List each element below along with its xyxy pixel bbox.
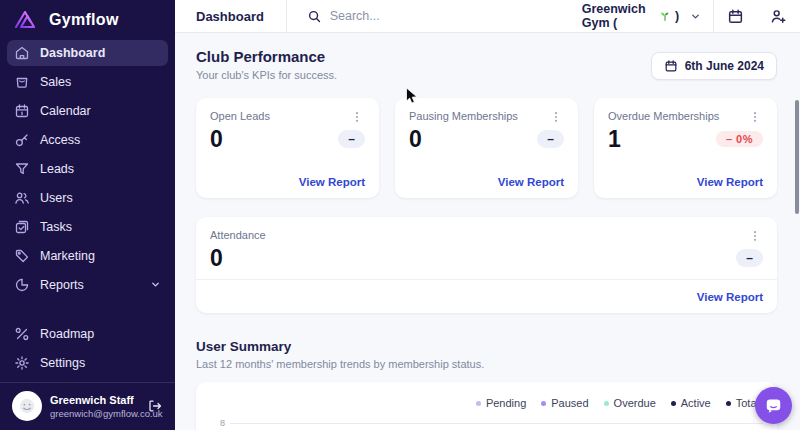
kpi-title: Attendance — [210, 229, 266, 241]
chat-widget-button[interactable] — [755, 387, 792, 424]
kebab-menu-icon[interactable] — [747, 110, 763, 124]
legend-label: Active — [681, 397, 711, 409]
search-icon — [307, 9, 322, 24]
sidebar-item-leads[interactable]: Leads — [0, 154, 175, 183]
legend-dot — [726, 401, 731, 406]
kpi-cards-row: Open Leads 0 – View Report Pausing Membe… — [196, 98, 777, 198]
user-account-box[interactable]: Greenwich Staff greenwich@gymflow.co.uk — [0, 382, 175, 430]
legend-item-paused[interactable]: Paused — [541, 397, 588, 409]
sidebar-item-label: Settings — [40, 356, 85, 370]
kpi-value: 0 — [409, 127, 422, 151]
date-picker-button[interactable]: 6th June 2024 — [651, 52, 777, 80]
sidebar-item-reports[interactable]: Reports — [0, 270, 175, 299]
legend-label: Pending — [486, 397, 526, 409]
kpi-delta-badge: – — [736, 249, 763, 267]
sidebar-item-roadmap[interactable]: Roadmap — [0, 319, 175, 348]
chart-y-axis: 8 — [196, 418, 777, 428]
user-meta: Greenwich Staff greenwich@gymflow.co.uk — [50, 394, 139, 419]
sidebar-item-label: Calendar — [40, 104, 91, 118]
brand-name: Gymflow — [49, 11, 119, 29]
tag-icon — [14, 248, 30, 264]
kebab-menu-icon[interactable] — [349, 110, 365, 124]
page-title: Dashboard — [175, 9, 286, 24]
y-axis-tick: 8 — [220, 418, 225, 428]
calendar-button[interactable] — [714, 8, 757, 25]
user-summary-header: User Summary Last 12 months' membership … — [196, 339, 777, 370]
sidebar-item-users[interactable]: Users — [0, 183, 175, 212]
kpi-delta-badge: – — [338, 130, 365, 148]
funnel-icon — [14, 161, 30, 177]
view-report-link[interactable]: View Report — [498, 176, 564, 188]
calendar-icon — [14, 103, 30, 119]
sidebar-item-dashboard[interactable]: Dashboard — [7, 40, 168, 66]
kpi-value: 0 — [210, 246, 223, 270]
kpi-card-pausing-memberships: Pausing Memberships 0 – View Report — [395, 98, 578, 198]
gear-icon — [14, 355, 30, 371]
sidebar-item-settings[interactable]: Settings — [0, 348, 175, 377]
sidebar-item-tasks[interactable]: Tasks — [0, 212, 175, 241]
kpi-card-attendance: Attendance 0 – View Report — [196, 217, 777, 313]
shopping-bag-icon — [14, 74, 30, 90]
main-content: Club Performance Your club's KPIs for su… — [175, 34, 800, 430]
pie-chart-icon — [14, 277, 30, 293]
kpi-title: Pausing Memberships — [409, 110, 518, 122]
legend-dot — [604, 401, 609, 406]
sidebar-item-label: Marketing — [40, 249, 95, 263]
search-input[interactable] — [330, 9, 570, 23]
sidebar-item-label: Users — [40, 191, 73, 205]
legend-dot — [671, 401, 676, 406]
kpi-title: Overdue Memberships — [608, 110, 719, 122]
kpi-card-overdue-memberships: Overdue Memberships 1 – 0% View Report — [594, 98, 777, 198]
gym-selector-label: Greenwich Gym ( — [582, 2, 655, 30]
kebab-menu-icon[interactable] — [548, 110, 564, 124]
legend-label: Paused — [551, 397, 588, 409]
sidebar-item-label: Dashboard — [40, 46, 105, 60]
route-icon — [14, 326, 30, 342]
search-bar[interactable] — [287, 9, 570, 24]
nav-spacer — [0, 299, 175, 319]
sidebar-item-sales[interactable]: Sales — [0, 67, 175, 96]
legend-item-pending[interactable]: Pending — [476, 397, 526, 409]
kpi-delta-badge: – 0% — [716, 131, 763, 147]
seedling-icon — [659, 10, 671, 22]
sidebar-item-label: Leads — [40, 162, 74, 176]
view-report-link[interactable]: View Report — [299, 176, 365, 188]
scrollbar-thumb[interactable] — [795, 100, 799, 214]
user-name: Greenwich Staff — [50, 394, 139, 406]
sidebar-item-access[interactable]: Access — [0, 125, 175, 154]
chevron-down-icon — [150, 279, 161, 290]
view-report-link[interactable]: View Report — [697, 291, 763, 303]
chart-legend: Pending Paused Overdue Active Total — [196, 382, 777, 409]
avatar — [12, 391, 42, 421]
legend-item-active[interactable]: Active — [671, 397, 711, 409]
club-performance-header: Club Performance Your club's KPIs for su… — [196, 48, 777, 81]
gym-selector[interactable]: Greenwich Gym ( ) — [570, 2, 713, 30]
gym-selector-label-suffix: ) — [675, 9, 679, 23]
user-summary-title: User Summary — [196, 339, 777, 354]
kebab-menu-icon[interactable] — [747, 229, 763, 243]
view-report-link[interactable]: View Report — [697, 176, 763, 188]
add-user-button[interactable] — [757, 8, 800, 25]
calendar-icon — [664, 59, 678, 73]
sidebar-item-label: Sales — [40, 75, 71, 89]
legend-label: Overdue — [614, 397, 656, 409]
topbar: Dashboard Greenwich Gym ( ) — [175, 0, 800, 33]
sidebar-item-calendar[interactable]: Calendar — [0, 96, 175, 125]
user-summary-chart-card: Pending Paused Overdue Active Total 8 — [196, 382, 777, 430]
legend-dot — [541, 401, 546, 406]
sidebar-item-marketing[interactable]: Marketing — [0, 241, 175, 270]
sidebar-nav: Dashboard Sales Calendar Access Leads — [0, 36, 175, 377]
logout-icon[interactable] — [147, 398, 163, 414]
gymflow-logo-icon — [14, 9, 40, 30]
brand-header: Gymflow — [0, 0, 175, 36]
sidebar-item-label: Reports — [40, 278, 84, 292]
legend-item-overdue[interactable]: Overdue — [604, 397, 656, 409]
chart-gridline — [230, 423, 763, 424]
legend-item-total[interactable]: Total — [726, 397, 759, 409]
sidebar-item-label: Access — [40, 133, 80, 147]
sidebar: Gymflow Dashboard Sales Calendar Access — [0, 0, 175, 430]
sidebar-item-label: Roadmap — [40, 327, 94, 341]
kpi-card-open-leads: Open Leads 0 – View Report — [196, 98, 379, 198]
card-divider — [196, 279, 777, 280]
key-icon — [14, 132, 30, 148]
